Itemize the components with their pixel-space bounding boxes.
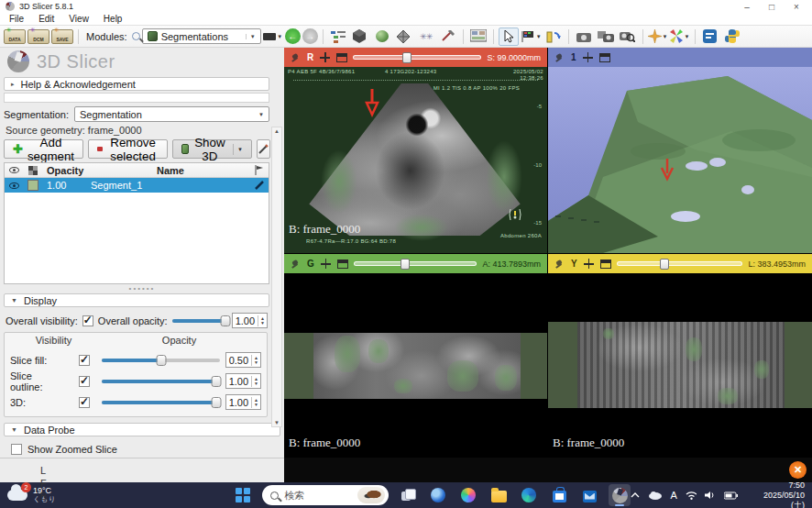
menu-edit[interactable]: Edit [38,14,54,24]
slicer-taskbar-button[interactable] [609,484,631,506]
spin-arrows-icon[interactable]: ▲▼ [251,397,260,408]
status-column-flag-icon[interactable] [255,165,264,175]
visibility-column-icon[interactable] [9,167,19,173]
remove-selected-button[interactable]: Remove selected [88,139,168,159]
scene-tree-icon[interactable] [328,28,348,46]
overall-opacity-slider[interactable] [172,315,227,327]
yellow-slice-slider[interactable] [617,259,743,270]
back-button[interactable]: ← [285,28,301,44]
mouse-interact-tool[interactable] [499,28,519,46]
slice-intersections-tool[interactable]: ▼ [670,28,690,46]
volume-icon[interactable] [705,491,716,500]
close-button[interactable]: × [786,2,807,12]
panel-scrollbar[interactable]: ▲ ▼ [271,127,282,427]
view-crosshair-icon[interactable] [582,51,594,63]
add-segment-button[interactable]: ✚ Add segment [4,139,83,159]
layout-selector-icon[interactable] [468,28,488,46]
display-section-header[interactable]: ▼ Display [4,293,269,307]
spin-arrows-icon[interactable]: ▲▼ [251,376,260,387]
outlook-button[interactable] [578,484,600,506]
threed-slider[interactable] [102,396,220,409]
view-crosshair-icon[interactable] [320,258,332,270]
show-3d-button[interactable]: Show 3D ▼ [172,139,252,159]
scene-view-camera-icon[interactable] [596,28,616,46]
pin-icon[interactable] [291,259,302,270]
dicom-button[interactable]: ✳DCM [27,28,49,46]
start-button[interactable] [232,484,254,506]
scroll-down-icon[interactable]: ▼ [274,420,280,425]
panel-splitter[interactable]: •••••• [2,286,282,292]
menu-view[interactable]: View [69,14,89,24]
slice-fill-checkbox[interactable] [79,355,90,366]
widgets-button[interactable] [427,484,449,506]
threed-checkbox[interactable] [79,397,90,408]
pin-icon[interactable] [554,259,565,270]
edge-button[interactable] [518,484,540,506]
scene-view-search-icon[interactable] [618,28,638,46]
segment-opacity-value[interactable]: 1.00 [43,180,87,191]
threed-spinbox[interactable]: 1.00▲▼ [225,394,261,410]
transform-ruler-tool[interactable] [543,28,564,46]
segment-visibility-icon[interactable] [9,182,19,189]
task-view-button[interactable] [397,484,419,506]
red-slice-view[interactable]: R S: 99.0000mm P4 AEB 5F 4B/36/7/9861 4 … [284,48,547,253]
data-probe-header[interactable]: ▼ Data Probe [4,423,280,436]
onedrive-icon[interactable] [648,491,662,500]
segment-color-swatch[interactable] [27,180,38,191]
screenshot-camera-icon[interactable] [574,28,594,46]
store-button[interactable] [548,484,570,506]
slice-outline-checkbox[interactable] [79,376,90,387]
view-menu-icon[interactable] [599,53,610,62]
green-slice-view[interactable]: G A: 413.7893mm B: frame_0000 [284,254,547,458]
extensions-manager-icon[interactable] [700,28,720,46]
markups-icon[interactable]: ✳✳ [416,28,436,46]
slice-fill-slider[interactable] [102,354,220,367]
ime-indicator[interactable]: A [671,490,677,501]
models-sphere-icon[interactable] [372,28,392,46]
volume-cube-icon[interactable] [350,28,370,46]
minimize-button[interactable]: – [737,2,757,12]
color-column-icon[interactable] [28,166,38,175]
view-menu-icon[interactable] [336,53,347,62]
segmentation-node-selector[interactable]: Segmentation ▼ [74,106,269,122]
file-explorer-button[interactable] [488,484,510,506]
module-history-icon[interactable]: ▼ [263,28,283,46]
crosshair-tool[interactable]: ▼ [648,28,668,46]
yellow-slice-view[interactable]: Y L: 383.4953mm B: frame_0000 [548,254,812,458]
spin-arrows-icon[interactable]: ▲▼ [258,315,267,326]
view-menu-icon[interactable] [337,260,348,269]
slice-outline-slider[interactable] [102,375,220,388]
help-acknowledgement-header[interactable]: ▸ Help & Acknowledgement [4,77,269,91]
forward-button[interactable]: → [302,28,318,44]
battery-icon[interactable] [724,491,738,500]
view-crosshair-icon[interactable] [583,258,595,270]
overall-opacity-spinbox[interactable]: 1.00 ▲▼ [232,313,268,328]
module-selector[interactable]: Segmentations ▼ [142,28,261,44]
yellow-slice-canvas[interactable]: B: frame_0000 [548,273,812,458]
taskbar-clock[interactable]: 7:50 2025/05/10 (土) [750,480,805,508]
menu-help[interactable]: Help [104,14,123,24]
maximize-button[interactable]: □ [762,2,782,12]
green-slice-canvas[interactable]: B: frame_0000 [284,273,547,458]
threed-view[interactable]: 1 [548,48,812,253]
save-button[interactable]: ✳SAVE [51,28,73,46]
slice-outline-spinbox[interactable]: 1.00▲▼ [225,373,261,389]
wifi-icon[interactable] [686,491,697,500]
green-slice-slider[interactable] [354,259,477,270]
opacity-column-header[interactable]: Opacity [43,165,87,176]
annotations-pen-icon[interactable] [438,28,458,46]
red-slice-canvas[interactable]: P4 AEB 5F 4B/36/7/9861 4 173G202-123243 … [284,67,547,253]
python-console-icon[interactable] [722,28,742,46]
slice-fill-spinbox[interactable]: 0.50▲▼ [225,352,261,368]
error-log-badge[interactable]: ✕ [789,461,807,479]
spin-arrows-icon[interactable]: ▲▼ [251,355,260,366]
red-slice-slider[interactable] [353,52,481,63]
copilot-button[interactable] [457,484,479,506]
scroll-up-icon[interactable]: ▲ [274,128,280,134]
segment-status-pen-icon[interactable] [254,180,265,191]
overall-visibility-checkbox[interactable] [82,315,93,326]
view-menu-icon[interactable] [600,260,611,269]
segment-name[interactable]: Segment_1 [87,180,250,191]
edit-segmentation-button[interactable] [257,139,270,159]
pin-icon[interactable] [291,52,302,63]
